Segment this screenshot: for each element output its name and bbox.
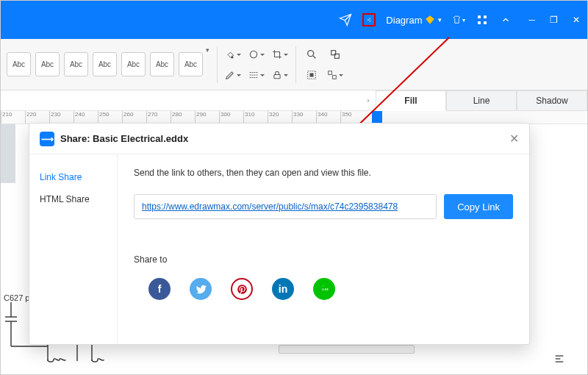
theme-swatch[interactable]: Abc <box>35 52 60 76</box>
collapse-icon[interactable]: › <box>367 96 369 104</box>
social-buttons: f in <box>134 278 513 300</box>
window-close[interactable]: ✕ <box>573 15 580 25</box>
theme-swatch[interactable]: Abc <box>93 52 117 76</box>
theme-swatch[interactable]: Abc <box>7 52 31 76</box>
window-minimize[interactable]: ─ <box>528 15 535 25</box>
shape-circle-icon[interactable] <box>248 46 265 63</box>
vertical-ruler-stub <box>1 124 15 183</box>
title-bar: Diagram ▾ ▾ ─ ❐ ✕ <box>1 1 587 39</box>
diamond-icon <box>425 15 435 25</box>
diagram-label: Diagram <box>386 15 422 26</box>
ruler-tick: 290 <box>195 111 219 124</box>
theme-swatch[interactable]: Abc <box>150 52 174 76</box>
ruler-tick: 340 <box>316 111 340 124</box>
group-icon[interactable] <box>327 67 343 83</box>
share-icon[interactable] <box>362 13 376 26</box>
window-restore[interactable]: ❐ <box>550 15 558 25</box>
svg-rect-4 <box>484 15 487 18</box>
ruler-tick: 220 <box>25 111 49 124</box>
svg-rect-3 <box>478 15 481 18</box>
ruler-tick: 230 <box>49 111 74 124</box>
property-tabs: › Fill Line Shadow <box>1 90 587 111</box>
ruler-tick: 330 <box>292 111 316 124</box>
copy-link-button[interactable]: Copy Link <box>444 194 513 219</box>
chevron-up-icon[interactable] <box>499 13 512 26</box>
apps-icon[interactable] <box>476 13 489 26</box>
component-label: C627 p <box>4 293 29 302</box>
line-style-icon[interactable] <box>248 67 265 83</box>
share-url[interactable]: https://www.edrawmax.com/server/public/s… <box>142 201 398 212</box>
dialog-close-button[interactable]: ✕ <box>509 132 519 146</box>
dialog-main: Send the link to others, then they can o… <box>118 154 529 344</box>
svg-rect-15 <box>333 75 337 79</box>
share-url-field[interactable]: https://www.edrawmax.com/server/public/s… <box>134 194 437 219</box>
svg-rect-5 <box>478 21 481 24</box>
theme-swatch[interactable]: Abc <box>121 52 146 76</box>
svg-point-7 <box>250 51 257 57</box>
svg-rect-13 <box>310 74 313 76</box>
ruler-tick: 310 <box>243 111 268 124</box>
ruler-tick: 240 <box>74 111 98 124</box>
linkedin-icon[interactable]: in <box>272 278 294 300</box>
align-icon[interactable] <box>553 353 565 367</box>
diagram-menu[interactable]: Diagram ▾ <box>386 15 442 26</box>
twitter-icon[interactable] <box>190 278 212 300</box>
ruler-tick: 270 <box>146 111 171 124</box>
horizontal-scrollbar[interactable] <box>279 345 415 354</box>
ruler-tick: 260 <box>122 111 146 124</box>
ruler-tick: 280 <box>171 111 195 124</box>
select-all-icon[interactable] <box>304 67 320 83</box>
tab-line[interactable]: Line <box>446 90 517 111</box>
facebook-icon[interactable]: f <box>148 278 171 300</box>
share-description: Send the link to others, then they can o… <box>134 168 513 178</box>
theme-swatch[interactable]: Abc <box>64 52 88 76</box>
ruler-tick: 320 <box>268 111 292 124</box>
more-swatches[interactable]: ▾ <box>206 46 209 54</box>
line-app-icon[interactable] <box>313 278 335 300</box>
tab-shadow[interactable]: Shadow <box>517 90 587 111</box>
share-dialog: ⟶ Share: Basic Electrical.eddx ✕ Link Sh… <box>29 123 530 345</box>
ruler-tick: 210 <box>1 111 25 124</box>
sidebar-item-link-share[interactable]: Link Share <box>29 166 117 188</box>
svg-point-9 <box>308 50 314 56</box>
svg-rect-6 <box>484 21 487 24</box>
replace-icon[interactable] <box>327 46 343 63</box>
svg-rect-8 <box>274 74 280 78</box>
dialog-sidebar: Link Share HTML Share <box>29 154 118 344</box>
theme-swatches: AbcAbcAbcAbcAbcAbcAbc <box>7 52 203 76</box>
lock-icon[interactable] <box>272 67 288 83</box>
ruler-handle[interactable] <box>372 111 382 123</box>
tab-fill[interactable]: Fill <box>376 90 446 111</box>
theme-swatch[interactable]: Abc <box>179 52 203 76</box>
app-logo-icon: ⟶ <box>40 132 54 146</box>
crop-icon[interactable] <box>272 46 288 63</box>
sidebar-item-html-share[interactable]: HTML Share <box>29 188 117 210</box>
ruler-tick: 250 <box>98 111 122 124</box>
ruler-tick: 300 <box>219 111 243 124</box>
shirt-icon[interactable]: ▾ <box>452 13 465 26</box>
search-icon[interactable] <box>304 46 320 63</box>
fill-bucket-icon[interactable] <box>225 46 241 63</box>
ruler-tick: 350 <box>340 111 365 124</box>
ribbon-toolbar: AbcAbcAbcAbcAbcAbcAbc ▾ <box>1 39 587 90</box>
share-to-label: Share to <box>134 254 513 265</box>
pinterest-icon[interactable] <box>231 278 253 300</box>
dialog-titlebar: ⟶ Share: Basic Electrical.eddx ✕ <box>29 124 529 154</box>
send-icon[interactable] <box>339 13 352 26</box>
svg-rect-14 <box>329 71 332 74</box>
dialog-title: Share: Basic Electrical.eddx <box>60 133 188 144</box>
pen-icon[interactable] <box>225 67 241 83</box>
